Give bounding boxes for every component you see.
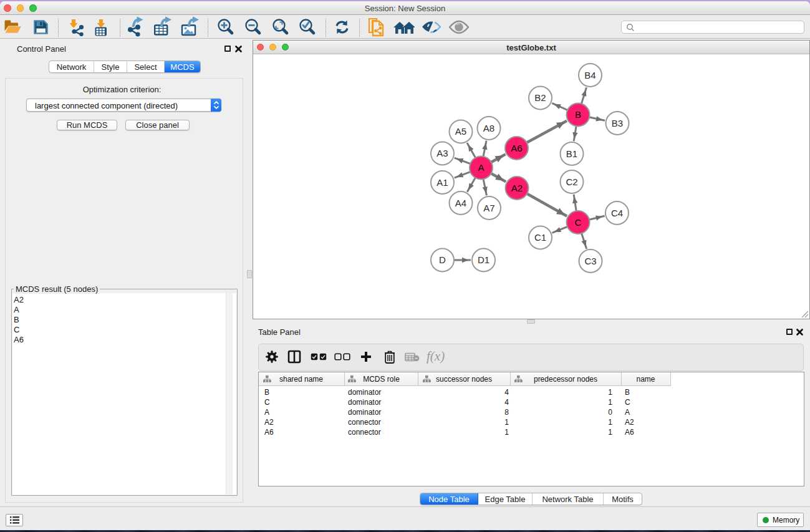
svg-text:C4: C4	[611, 208, 623, 218]
svg-text:D: D	[439, 254, 446, 265]
svg-text:A7: A7	[483, 203, 494, 213]
svg-text:B3: B3	[612, 118, 623, 128]
svg-text:A5: A5	[455, 126, 466, 137]
svg-text:B2: B2	[534, 92, 546, 103]
svg-text:C: C	[575, 217, 582, 228]
svg-text:A3: A3	[436, 148, 448, 158]
svg-text:C3: C3	[584, 256, 596, 266]
svg-text:A: A	[478, 162, 484, 173]
svg-text:B1: B1	[566, 148, 577, 159]
svg-text:B4: B4	[584, 70, 595, 80]
svg-text:A6: A6	[511, 143, 522, 153]
svg-text:B: B	[575, 109, 581, 120]
svg-text:C1: C1	[534, 232, 546, 243]
svg-text:A8: A8	[483, 123, 494, 133]
svg-text:C2: C2	[566, 177, 577, 187]
svg-text:A1: A1	[436, 177, 448, 188]
svg-text:A4: A4	[455, 198, 466, 208]
svg-text:A2: A2	[511, 183, 523, 193]
svg-text:D1: D1	[478, 254, 489, 265]
